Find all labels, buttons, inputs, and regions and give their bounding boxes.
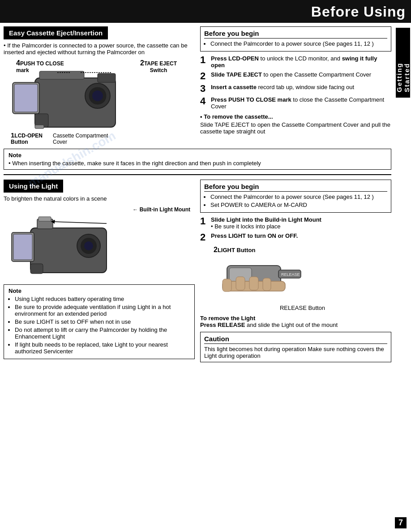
to-remove-cassette: • To remove the cassette... Slide TAPE E… [200, 113, 391, 135]
light-note-item-5: If light bulb needs to be replaced, take… [15, 341, 190, 355]
light-before-item-1: Connect the Palmcorder to a power source… [210, 193, 387, 200]
note-title-1: Note [9, 152, 386, 159]
light-note-title: Note [9, 287, 190, 294]
caution-box: Caution This light becomes hot during op… [200, 332, 391, 362]
light-steps: 1 Slide Light into the Build-in Light Mo… [200, 216, 391, 242]
top-section: Easy Cassette Eject/Insertion • If the P… [4, 26, 391, 145]
svg-rect-27 [249, 277, 258, 290]
step-num-2: 2 [200, 71, 209, 81]
cassette-camera-svg [8, 69, 151, 141]
cassette-section-title: Easy Cassette Eject/Insertion [4, 26, 108, 39]
light-note-item-2: Be sure to provide adequate ventilation … [15, 304, 190, 317]
light-button-svg: RELEASE [214, 257, 312, 301]
svg-rect-11 [35, 125, 44, 129]
to-remove-light: To remove the Light Press RELEASE and sl… [200, 315, 391, 328]
light-step-1: 1 Slide Light into the Build-in Light Mo… [200, 216, 391, 230]
cassette-camera-diagram: 4PUSH TO CLOSEmark 2TAPE EJECTSwitch [4, 56, 195, 145]
svg-point-17 [84, 241, 93, 250]
cassette-section: Easy Cassette Eject/Insertion • If the P… [4, 26, 195, 145]
step-text-1: Press LCD-OPEN to unlock the LCD monitor… [211, 55, 391, 69]
light-note-list: Using Light reduces battery operating ti… [9, 296, 190, 355]
light-camera-svg [8, 215, 142, 282]
light-mount-label: ← Built-in Light Mount [133, 206, 190, 213]
light-step-text-1: Slide Light into the Build-in Light Moun… [211, 216, 391, 230]
bottom-section: Using the Light To brighten the natural … [4, 180, 391, 362]
cassette-before-title: Before you begin [204, 30, 387, 39]
cassette-step-1: 1 Press LCD-OPEN to unlock the LCD monit… [200, 55, 391, 69]
step-text-2: Slide TAPE EJECT to open the Cassette Co… [211, 71, 391, 78]
cassette-step-4: 4 Press PUSH TO CLOSE mark to close the … [200, 96, 391, 110]
svg-rect-28 [263, 278, 271, 291]
section-divider [4, 174, 391, 175]
light-section: Using the Light To brighten the natural … [4, 180, 195, 362]
cassette-instructions: Before you begin Connect the Palmcorder … [200, 26, 391, 145]
svg-rect-14 [13, 234, 32, 260]
light-instructions: Before you begin Connect the Palmcorder … [200, 180, 391, 362]
note-box-1: Note • When inserting the cassette, make… [4, 149, 391, 170]
cassette-before-item-1: Connect the Palmcorder to a power source… [210, 40, 387, 47]
svg-line-20 [53, 222, 107, 223]
light-button-label: 2LIGHT Button [214, 246, 391, 254]
page-header: Before Using [0, 0, 411, 23]
light-before-title: Before you begin [204, 183, 387, 192]
light-note-item-3: Be sure LIGHT is set to OFF when not in … [15, 318, 190, 325]
light-before-item-2: Set POWER to CAMERA or M-CARD [210, 202, 387, 208]
light-step-num-1: 1 [200, 216, 209, 226]
release-button-label: RELEASE Button [214, 305, 391, 311]
light-note-item-4: Do not attempt to lift or carry the Palm… [15, 326, 190, 340]
svg-text:RELEASE: RELEASE [281, 272, 300, 277]
svg-rect-19 [39, 217, 51, 221]
caution-title: Caution [204, 335, 387, 344]
cassette-steps: 1 Press LCD-OPEN to unlock the LCD monit… [200, 55, 391, 110]
step-text-4: Press PUSH TO CLOSE mark to close the Ca… [211, 96, 391, 110]
step-text-3: Insert a cassette record tab up, window … [211, 84, 391, 90]
note-text-1: • When inserting the cassette, make sure… [9, 160, 386, 167]
light-section-title: Using the Light [4, 180, 63, 193]
light-before-list: Connect the Palmcorder to a power source… [204, 193, 387, 208]
cassette-before-box: Before you begin Connect the Palmcorder … [200, 26, 391, 51]
side-tab-label: Getting Started [395, 33, 411, 92]
svg-rect-21 [30, 264, 43, 274]
svg-point-5 [92, 90, 103, 101]
cassette-before-list: Connect the Palmcorder to a power source… [204, 40, 387, 47]
light-before-box: Before you begin Connect the Palmcorder … [200, 180, 391, 213]
light-button-diagram: 2LIGHT Button RELEASE RELEASE Butt [214, 246, 391, 311]
cassette-intro: • If the Palmcorder is connected to a po… [4, 42, 195, 56]
page-title: Before Using [311, 4, 406, 20]
light-intro: To brighten the natural colors in a scen… [4, 195, 195, 202]
light-note-box: Note Using Light reduces battery operati… [4, 284, 195, 359]
side-tab: Getting Started [395, 27, 411, 99]
svg-rect-25 [223, 279, 231, 292]
cassette-step-3: 3 Insert a cassette record tab up, windo… [200, 84, 391, 94]
light-step-text-2: Press LIGHT to turn ON or OFF. [211, 232, 391, 239]
light-step-num-2: 2 [200, 232, 209, 242]
light-camera-diagram: ← Built-in Light Mount [4, 205, 195, 281]
svg-rect-2 [14, 84, 38, 112]
step-num-4: 4 [200, 96, 209, 106]
light-note-item-1: Using Light reduces battery operating ti… [15, 296, 190, 302]
cassette-cover-label: Cassette CompartmentCover [53, 133, 108, 145]
lcd-open-label: 1LCD-OPENButton [11, 131, 43, 145]
caution-text: This light becomes hot during operation … [204, 346, 387, 359]
cassette-step-2: 2 Slide TAPE EJECT to open the Cassette … [200, 71, 391, 81]
light-step-2: 2 Press LIGHT to turn ON or OFF. [200, 232, 391, 242]
step-num-1: 1 [200, 55, 209, 65]
svg-rect-26 [236, 277, 245, 290]
page-number: 7 [395, 517, 407, 528]
svg-rect-6 [98, 73, 116, 82]
step-num-3: 3 [200, 84, 209, 94]
